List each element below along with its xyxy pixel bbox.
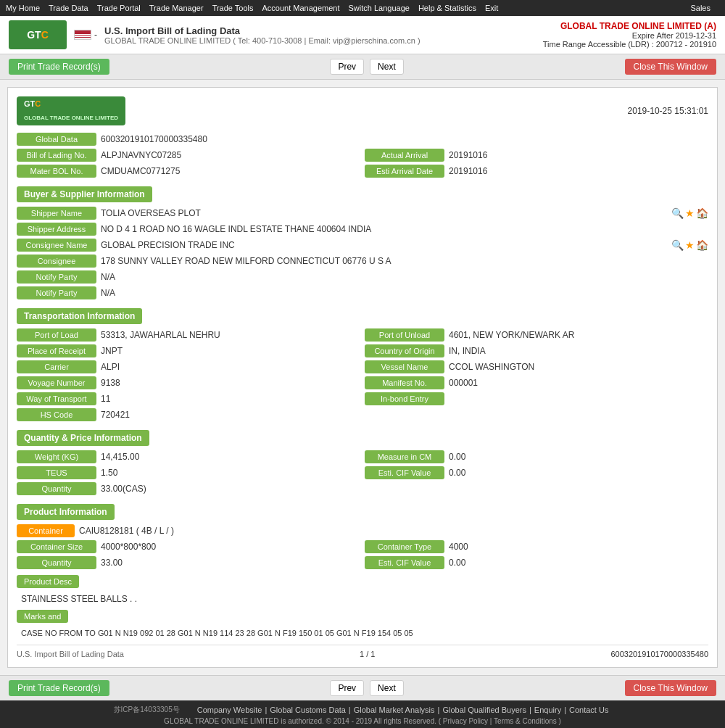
esti-arrival-value: 20191016 [449, 166, 708, 176]
next-button-top[interactable]: Next [370, 59, 404, 75]
measure-cm-label: Measure in CM [365, 450, 444, 463]
actual-arrival-label: Actual Arrival [365, 149, 444, 162]
hs-code-value: 720421 [101, 410, 708, 420]
flag-separator: - [94, 30, 97, 40]
hs-code-label: HS Code [17, 408, 96, 421]
consignee-value: 178 SUNNY VALLEY ROAD NEW MILFORD CONNEC… [101, 256, 708, 266]
marks-label[interactable]: Marks and [17, 610, 68, 623]
global-data-label: Global Data [17, 133, 96, 146]
manifest-no-label: Manifest No. [365, 376, 444, 389]
master-bol-value: CMDUAMC0771275 [101, 166, 360, 176]
shipper-name-label: Shipper Name [17, 207, 96, 220]
notify-party1-value: N/A [101, 272, 708, 282]
nav-trade-data[interactable]: Trade Data [49, 4, 88, 12]
footer-link-market[interactable]: Global Market Analysis [354, 706, 435, 714]
shipper-search-icon[interactable]: 🔍 [671, 207, 684, 219]
us-flag-icon [74, 30, 91, 40]
nav-my-home[interactable]: My Home [6, 4, 40, 12]
shipper-name-value: TOLIA OVERSEAS PLOT [101, 208, 668, 218]
voyage-number-value: 9138 [101, 378, 360, 388]
consignee-star-icon[interactable]: ★ [685, 239, 695, 251]
product-quantity-label: Quantity [17, 556, 96, 569]
port-row: Port of Load 53313, JAWAHARLAL NEHRU Por… [17, 328, 708, 342]
product-esti-cif-label: Esti. CIF Value [365, 556, 444, 569]
shipper-address-label: Shipper Address [17, 223, 96, 236]
notify-party1-label: Notify Party [17, 270, 96, 284]
esti-arrival-col: Esti Arrival Date 20191016 [365, 165, 708, 178]
port-unload-col: Port of Unload 4601, NEW YORK/NEWARK AR [365, 328, 708, 342]
close-window-button-top[interactable]: Close This Window [625, 59, 716, 75]
nav-trade-portal[interactable]: Trade Portal [97, 4, 141, 12]
page-title: U.S. Import Bill of Lading Data [104, 25, 420, 36]
next-button-bottom[interactable]: Next [370, 680, 404, 696]
top-toolbar: Print Trade Record(s) Prev Next Close Th… [0, 54, 725, 80]
icp-text: 苏ICP备14033305号 [114, 705, 180, 715]
product-desc-section: Product Desc STAINLESS STEEL BALLS . . [17, 572, 708, 607]
nav-help-statistics[interactable]: Help & Statistics [418, 4, 476, 12]
consignee-search-icon[interactable]: 🔍 [671, 239, 684, 251]
way-transport-row: Way of Transport 11 In-bond Entry [17, 392, 708, 405]
product-qty-cif-row: Quantity 33.00 Esti. CIF Value 0.00 [17, 556, 708, 569]
record-header: GTC GLOBAL TRADE ONLINE LIMITED 2019-10-… [17, 96, 708, 125]
footer-link-buyers[interactable]: Global Qualified Buyers [442, 706, 526, 714]
nav-sales[interactable]: Sales [690, 4, 710, 12]
in-bond-col: In-bond Entry [365, 392, 708, 405]
esti-cif-value: 0.00 [449, 468, 708, 478]
footer-link-contact[interactable]: Contact Us [569, 706, 608, 714]
bottom-toolbar: Print Trade Record(s) Prev Next Close Th… [0, 675, 725, 700]
shipper-name-row: Shipper Name TOLIA OVERSEAS PLOT 🔍 ★ 🏠 [17, 207, 708, 220]
carrier-value: ALPI [101, 362, 360, 372]
bol-row: Bill of Lading No. ALPJNAVNYC07285 Actua… [17, 149, 708, 162]
weight-label: Weight (KG) [17, 450, 96, 463]
consignee-row: Consignee 178 SUNNY VALLEY ROAD NEW MILF… [17, 255, 708, 268]
weight-value: 14,415.00 [101, 452, 360, 462]
voyage-manifest-row: Voyage Number 9138 Manifest No. 000001 [17, 376, 708, 389]
notify-party2-value: N/A [101, 288, 708, 298]
record-footer: U.S. Import Bill of Lading Data 1 / 1 60… [17, 645, 708, 658]
product-esti-cif-value: 0.00 [449, 558, 708, 568]
contact-info: GLOBAL TRADE ONLINE LIMITED ( Tel: 400-7… [104, 36, 420, 45]
shipper-star-icon[interactable]: ★ [685, 207, 695, 219]
teus-col: TEUS 1.50 [17, 466, 360, 479]
flag-container: - [74, 30, 97, 40]
record-footer-title: U.S. Import Bill of Lading Data [17, 650, 124, 658]
prev-button-bottom[interactable]: Prev [330, 680, 364, 696]
nav-trade-manager[interactable]: Trade Manager [149, 4, 204, 12]
page-footer: 苏ICP备14033305号 Company Website | Global … [0, 700, 725, 728]
prev-button-top[interactable]: Prev [330, 59, 364, 75]
vessel-col: Vessel Name CCOL WASHINGTON [365, 360, 708, 373]
bol-label: Bill of Lading No. [17, 149, 96, 162]
esti-arrival-label: Esti Arrival Date [365, 165, 444, 178]
consignee-label: Consignee [17, 255, 96, 268]
shipper-address-row: Shipper Address NO D 4 1 ROAD NO 16 WAGL… [17, 223, 708, 236]
quantity-label: Quantity [17, 482, 96, 495]
footer-link-customs[interactable]: Global Customs Data [270, 706, 346, 714]
carrier-col: Carrier ALPI [17, 360, 360, 373]
shipper-home-icon[interactable]: 🏠 [696, 207, 708, 219]
consignee-name-label: Consignee Name [17, 239, 96, 252]
expire-date: Expire After 2019-12-31 [543, 31, 716, 40]
manifest-col: Manifest No. 000001 [365, 376, 708, 389]
print-record-button-bottom[interactable]: Print Trade Record(s) [9, 680, 109, 696]
consignee-home-icon[interactable]: 🏠 [696, 239, 708, 251]
vessel-name-label: Vessel Name [365, 360, 444, 373]
close-window-button-bottom[interactable]: Close This Window [625, 680, 716, 696]
container-size-col: Container Size 4000*800*800 [17, 540, 360, 553]
place-receipt-value: JNPT [101, 346, 360, 356]
nav-switch-language[interactable]: Switch Language [349, 4, 410, 12]
footer-link-company[interactable]: Company Website [197, 706, 262, 714]
footer-link-enquiry[interactable]: Enquiry [534, 706, 561, 714]
nav-account-management[interactable]: Account Management [262, 4, 340, 12]
container-type-col: Container Type 4000 [365, 540, 708, 553]
global-data-row: Global Data 6003201910170000335480 [17, 133, 708, 146]
manifest-no-value: 000001 [449, 378, 708, 388]
nav-exit[interactable]: Exit [485, 4, 498, 12]
container-size-type-row: Container Size 4000*800*800 Container Ty… [17, 540, 708, 553]
page-header: GTC - U.S. Import Bill of Lading Data GL… [0, 16, 725, 54]
nav-trade-tools[interactable]: Trade Tools [212, 4, 254, 12]
consignee-name-value: GLOBAL PRECISION TRADE INC [101, 240, 668, 250]
place-receipt-col: Place of Receipt JNPT [17, 344, 360, 357]
place-receipt-label: Place of Receipt [17, 344, 96, 357]
print-record-button-top[interactable]: Print Trade Record(s) [9, 59, 109, 75]
measure-col: Measure in CM 0.00 [365, 450, 708, 463]
